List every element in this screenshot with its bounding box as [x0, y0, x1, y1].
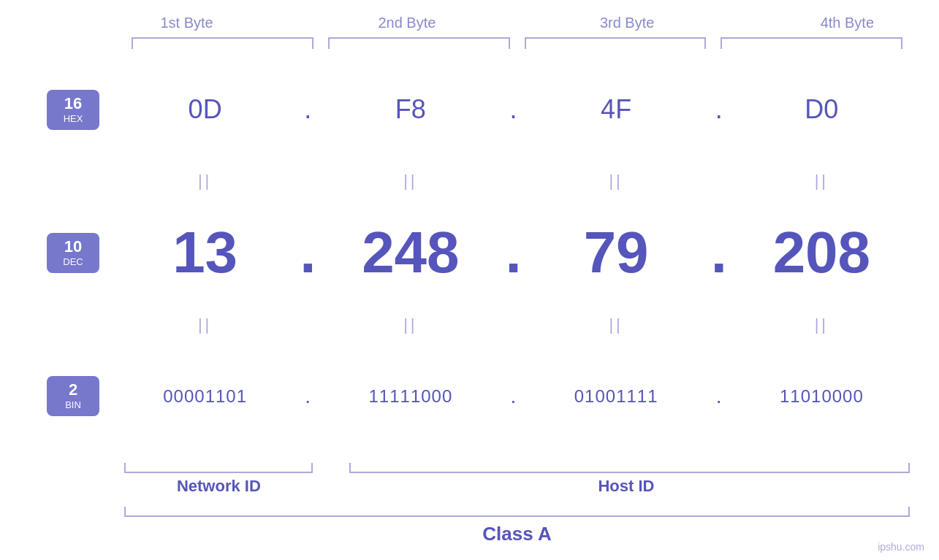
hex-dot-1: . [293, 94, 322, 125]
bin-byte-1: 00001101 [117, 386, 293, 407]
bin-row: 2 BIN 00001101 . 11111000 . 01001111 . 1… [29, 336, 910, 457]
eq-3: || [528, 172, 704, 191]
bracket-byte-1 [132, 37, 313, 49]
dec-badge-number: 10 [57, 239, 89, 255]
hex-values: 0D . F8 . 4F . D0 [117, 94, 910, 125]
eq2-3: || [528, 315, 704, 334]
eq2-2: || [322, 315, 498, 334]
top-brackets [124, 37, 910, 49]
hex-byte-4: D0 [734, 94, 910, 125]
dec-dot-3: . [704, 219, 734, 286]
main-container: 1st Byte 2nd Byte 3rd Byte 4th Byte 16 H… [0, 0, 939, 560]
bin-badge: 2 BIN [47, 376, 99, 416]
dec-byte-3: 79 [528, 219, 704, 286]
hex-dot-3: . [704, 94, 734, 125]
hex-byte-1: 0D [117, 94, 293, 125]
eq2-1: || [117, 315, 293, 334]
hex-byte-2: F8 [322, 94, 498, 125]
equals-values-2: || || || || [117, 315, 910, 334]
hex-badge-number: 16 [57, 96, 89, 112]
bin-dot-2: . [499, 385, 528, 408]
bin-byte-4: 11010000 [734, 386, 910, 407]
watermark: ipshu.com [878, 541, 924, 553]
host-id-bracket [349, 463, 910, 473]
bin-dot-3: . [704, 385, 734, 408]
byte-header-2: 2nd Byte [297, 15, 517, 37]
equals-row-1: || || || || [29, 170, 910, 192]
dec-row: 10 DEC 13 . 248 . 79 . 208 [29, 192, 910, 313]
dec-values: 13 . 248 . 79 . 208 [117, 219, 910, 286]
eq-1: || [117, 172, 293, 191]
bin-byte-3: 01001111 [528, 386, 704, 407]
dec-byte-1: 13 [117, 219, 293, 286]
dec-badge-base: DEC [57, 256, 89, 267]
hex-label: 16 HEX [29, 90, 117, 130]
eq-4: || [734, 172, 910, 191]
network-id-bracket [124, 463, 313, 473]
hex-dot-2: . [499, 94, 528, 125]
bin-byte-2: 11111000 [322, 386, 498, 407]
eq-2: || [322, 172, 498, 191]
hex-row: 16 HEX 0D . F8 . 4F . D0 [29, 49, 910, 170]
hex-badge-base: HEX [57, 113, 89, 124]
content-area: 16 HEX 0D . F8 . 4F . D0 || || | [29, 49, 910, 457]
network-id-label: Network ID [124, 477, 313, 496]
dec-label: 10 DEC [29, 233, 117, 273]
byte-header-3: 3rd Byte [517, 15, 737, 37]
dec-byte-4: 208 [734, 219, 910, 286]
class-a-section: Class A [124, 507, 910, 545]
bin-badge-number: 2 [57, 382, 89, 398]
dec-dot-1: . [293, 219, 322, 286]
byte-header-1: 1st Byte [77, 15, 297, 37]
eq2-4: || [734, 315, 910, 334]
bin-dot-1: . [293, 385, 322, 408]
bracket-byte-4 [721, 37, 902, 49]
byte-headers-row: 1st Byte 2nd Byte 3rd Byte 4th Byte [77, 15, 939, 37]
id-labels-row: Network ID Host ID [124, 477, 910, 496]
bin-values: 00001101 . 11111000 . 01001111 . 1101000… [117, 385, 910, 408]
equals-row-2: || || || || [29, 314, 910, 336]
bracket-byte-3 [525, 37, 707, 49]
bracket-byte-2 [328, 37, 510, 49]
class-a-label: Class A [124, 523, 910, 545]
dec-dot-2: . [499, 219, 528, 286]
class-a-bracket [124, 507, 910, 517]
hex-byte-3: 4F [528, 94, 704, 125]
hex-badge: 16 HEX [47, 90, 99, 130]
dec-byte-2: 248 [322, 219, 498, 286]
byte-header-4: 4th Byte [737, 15, 939, 37]
bin-badge-base: BIN [57, 399, 89, 410]
host-id-label: Host ID [343, 477, 910, 496]
equals-values-1: || || || || [117, 172, 910, 191]
bin-label: 2 BIN [29, 376, 117, 416]
dec-badge: 10 DEC [47, 233, 99, 273]
bottom-bracket-container [124, 463, 910, 473]
